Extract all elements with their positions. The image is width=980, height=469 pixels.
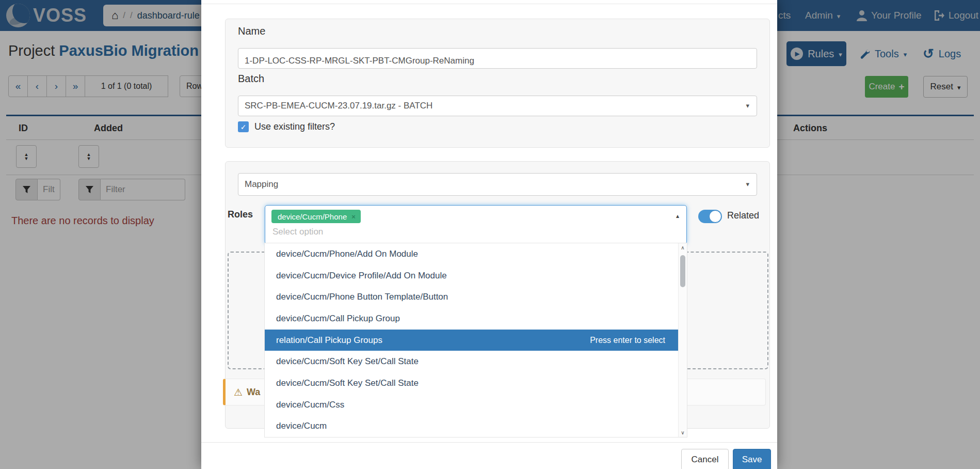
dropdown-option[interactable]: device/Cucm/Soft Key Set/Call State	[265, 372, 687, 394]
dropdown-option-highlighted[interactable]: relation/Call Pickup Groups Press enter …	[265, 330, 687, 351]
toggle-knob	[709, 210, 721, 223]
batch-select[interactable]: SRC-PB-EMEA-CUCM-23.07.19.tar.gz - BATCH…	[238, 96, 757, 116]
use-existing-filters-row[interactable]: ✓ Use existing filters?	[238, 121, 335, 132]
tag-label: device/Cucm/Phone	[278, 212, 347, 221]
caret-down-icon: ▾	[746, 102, 749, 110]
roles-dropdown: device/Cucm/Phone/Add On Module device/C…	[264, 243, 687, 437]
save-button[interactable]: Save	[733, 449, 771, 469]
scroll-down-icon[interactable]: ∨	[679, 428, 687, 437]
rule-edit-modal: Name Batch SRC-PB-EMEA-CUCM-23.07.19.tar…	[201, 0, 777, 469]
batch-label: Batch	[238, 73, 264, 85]
dropdown-option[interactable]: device/Cucm/Device Profile/Add On Module	[265, 265, 687, 287]
dropdown-scrollbar[interactable]: ∧ ∨	[678, 243, 687, 437]
dropdown-option[interactable]: device/Cucm/Soft Key Set/Call State	[265, 351, 687, 372]
batch-selected-value: SRC-PB-EMEA-CUCM-23.07.19.tar.gz - BATCH	[245, 101, 432, 111]
dropdown-option-label: relation/Call Pickup Groups	[276, 335, 382, 346]
related-toggle[interactable]	[698, 210, 722, 223]
roles-label: Roles	[228, 209, 253, 220]
warning-icon: ⚠	[234, 386, 243, 398]
use-existing-filters-label: Use existing filters?	[254, 121, 335, 132]
general-panel: Name Batch SRC-PB-EMEA-CUCM-23.07.19.tar…	[225, 19, 770, 148]
remove-tag-icon[interactable]: ×	[351, 213, 356, 221]
caret-up-icon[interactable]: ▴	[676, 212, 679, 220]
warning-text: Wa	[247, 387, 260, 398]
dropdown-option[interactable]: device/Cucm/Call Pickup Group	[265, 308, 687, 330]
dropdown-option[interactable]: device/Cucm/Css	[265, 394, 687, 416]
scroll-up-icon[interactable]: ∧	[679, 243, 687, 252]
name-label: Name	[238, 25, 265, 37]
cancel-button[interactable]: Cancel	[681, 449, 729, 469]
dropdown-option[interactable]: device/Cucm/Phone Button Template/Button	[265, 286, 687, 308]
mapping-selected-value: Mapping	[245, 179, 278, 190]
roles-selected-tag[interactable]: device/Cucm/Phone ×	[271, 210, 361, 223]
use-existing-filters-checkbox[interactable]: ✓	[238, 121, 249, 132]
modal-footer-divider	[201, 442, 777, 443]
dropdown-option[interactable]: device/Cucm	[265, 415, 687, 437]
roles-multiselect[interactable]: device/Cucm/Phone × Select option ▴	[265, 205, 687, 244]
check-icon: ✓	[240, 123, 247, 131]
scrollbar-thumb[interactable]	[680, 255, 685, 287]
caret-down-icon: ▾	[746, 180, 749, 188]
roles-placeholder: Select option	[272, 227, 323, 237]
mapping-select[interactable]: Mapping ▾	[238, 173, 757, 196]
name-input[interactable]	[238, 48, 757, 69]
modal-top-divider	[201, 4, 777, 4]
related-label: Related	[727, 210, 759, 221]
dropdown-option-hint: Press enter to select	[590, 336, 665, 345]
dropdown-option[interactable]: device/Cucm/Phone/Add On Module	[265, 243, 687, 265]
